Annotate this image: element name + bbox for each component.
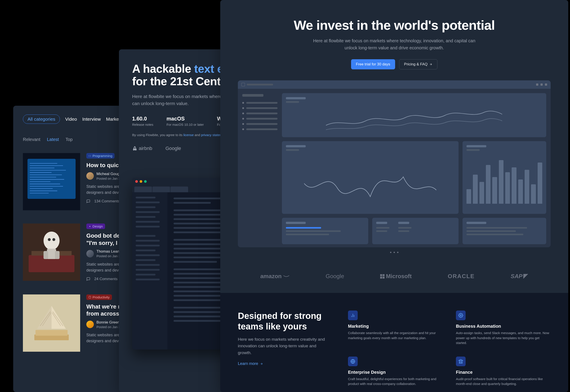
dashboard-topbar [238, 80, 551, 89]
svg-rect-23 [44, 251, 48, 259]
learn-more-link[interactable]: Learn more [238, 361, 263, 366]
dashboard-wrapper [220, 80, 568, 266]
close-dot-icon[interactable] [135, 180, 138, 183]
stat-panel [462, 218, 546, 244]
svg-rect-42 [383, 277, 385, 279]
topbar-icon[interactable] [541, 84, 543, 86]
svg-marker-43 [523, 274, 528, 279]
svg-marker-56 [459, 359, 463, 361]
category-video[interactable]: Video [65, 116, 77, 122]
amazon-logo: amazon [260, 273, 290, 280]
features-section: Designed for strong teams like yours Her… [220, 293, 568, 392]
dashboard-sidebar [238, 89, 282, 247]
pricing-button[interactable]: Pricing & FAQ [399, 59, 438, 69]
arrow-right-icon [429, 63, 432, 66]
sidebar-item[interactable] [242, 112, 278, 114]
topbar-left-icon [241, 83, 245, 86]
topbar-icon[interactable] [536, 84, 538, 86]
minimize-dot-icon[interactable] [140, 180, 142, 183]
oracle-logo: ORACLE [448, 273, 475, 280]
editor-sidebar [132, 192, 167, 350]
stat-panel [372, 218, 459, 244]
chart-panel-wave [282, 141, 459, 214]
hero-title: We invest in the world's potential [238, 18, 551, 33]
globe-icon [348, 357, 358, 366]
sap-logo: SAP [511, 273, 528, 280]
dashboard-mockup [238, 80, 551, 247]
arrow-right-icon [260, 362, 263, 365]
post-thumbnail [23, 224, 80, 281]
feature-finance: FinanceAudit-proof software built for cr… [456, 357, 551, 387]
comments-icon[interactable] [86, 199, 90, 203]
editor-tab[interactable] [153, 186, 170, 192]
features-heading: Designed for strong teams like yours [238, 310, 330, 332]
post-thumbnail [23, 153, 80, 210]
partner-logos: amazon Google Microsoft ORACLE SAP [220, 266, 568, 293]
svg-point-19 [44, 231, 60, 250]
svg-rect-39 [380, 274, 382, 276]
features-subheading: Here we focus on markets where creativit… [238, 336, 330, 356]
svg-rect-41 [380, 277, 382, 279]
sort-top[interactable]: Top [65, 137, 72, 142]
post-badge-productivity: Productivity [86, 294, 112, 300]
sidebar-item[interactable] [242, 128, 278, 130]
license-link[interactable]: license [183, 133, 194, 137]
chart-icon [348, 310, 358, 320]
comments-icon[interactable] [86, 277, 90, 281]
svg-point-25 [89, 226, 90, 227]
hero-subtitle: Here at flowbite we focus on markets whe… [311, 37, 478, 51]
svg-point-48 [460, 315, 461, 316]
microsoft-logo: Microsoft [380, 273, 412, 280]
avatar [86, 172, 94, 180]
sidebar-item[interactable] [242, 102, 278, 104]
feature-marketing: MarketingCollaborate seamlessly with all… [348, 310, 443, 346]
sidebar-item[interactable] [242, 118, 278, 120]
topbar-icon[interactable] [545, 84, 547, 86]
svg-rect-35 [89, 296, 91, 298]
post-badge-programming: Programming [86, 153, 114, 159]
svg-rect-24 [55, 251, 60, 259]
svg-rect-1 [28, 159, 76, 199]
maximize-dot-icon[interactable] [144, 180, 147, 183]
carousel-dot[interactable] [390, 252, 391, 253]
airbnb-logo: airbnb [132, 146, 152, 151]
landing-card: We invest in the world's potential Here … [220, 0, 568, 392]
google-logo: Google [166, 146, 181, 151]
avatar [86, 321, 94, 328]
carousel-dot[interactable] [397, 252, 398, 253]
bank-icon [456, 357, 466, 366]
svg-rect-22 [47, 249, 56, 259]
cta-row: Free trial for 30 days Pricing & FAQ [238, 59, 551, 69]
comments-count: 134 Comments [94, 199, 120, 203]
dashboard-main [282, 89, 551, 247]
carousel-dot[interactable] [394, 252, 395, 253]
category-chip-all[interactable]: All categories [23, 114, 60, 124]
editor-tab[interactable] [170, 186, 188, 192]
chart-panel-top [282, 93, 546, 137]
download-version[interactable]: 1.60.0Release notes [132, 116, 153, 126]
sort-relevant[interactable]: Relevant [23, 137, 40, 142]
post-thumbnail [23, 294, 80, 352]
post-badge-design: Design [86, 224, 105, 229]
chart-panel-bars [462, 141, 546, 214]
sidebar-item[interactable] [242, 123, 278, 125]
feature-design: Enterprise DesignCraft beautiful, deligh… [348, 357, 443, 387]
svg-point-21 [52, 238, 55, 241]
download-mac[interactable]: macOSFor macOS 10.10 or later [167, 116, 204, 126]
free-trial-button[interactable]: Free trial for 30 days [351, 59, 395, 69]
avatar [86, 250, 94, 257]
svg-rect-28 [35, 330, 68, 336]
stat-panel [282, 218, 368, 244]
sort-latest[interactable]: Latest [47, 137, 59, 142]
hero-section: We invest in the world's potential Here … [220, 0, 568, 80]
svg-point-20 [48, 238, 51, 241]
category-interview[interactable]: Interview [82, 116, 101, 122]
feature-automation: Business AutomationAuto-assign tasks, se… [456, 310, 551, 346]
gear-icon [456, 310, 466, 320]
sidebar-item[interactable] [242, 107, 278, 109]
editor-tab[interactable] [134, 186, 152, 192]
google-logo: Google [326, 273, 344, 280]
comments-count: 24 Comments [94, 277, 118, 281]
svg-rect-40 [383, 274, 385, 276]
